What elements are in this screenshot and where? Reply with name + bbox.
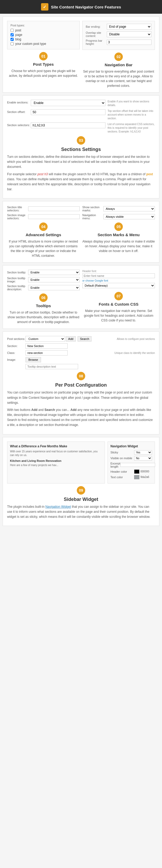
nav-bar-ending-select[interactable]: End of page End of content: [107, 24, 152, 30]
sections-settings-form: Enable sections: Enable Disable Enable i…: [7, 100, 155, 133]
checkbox-blog-input[interactable]: [10, 38, 14, 41]
selector-example-orange: post h3: [37, 172, 48, 176]
nav-progress-input[interactable]: [107, 39, 152, 45]
feature-number-01: 01: [39, 52, 48, 60]
widget-title: Navigation Widget: [111, 444, 152, 448]
tooltip-desc-row: Section tooltip description: Enable Disa…: [7, 284, 80, 291]
section-sections-settings: Enable sections: Enable Disable Enable i…: [3, 95, 159, 198]
tooltip-image-label: Section tooltip image:: [7, 277, 28, 283]
post-sections-select[interactable]: Custom Default: [26, 336, 65, 342]
tooltip-image-row: Section tooltip image: Enable Disable: [7, 277, 80, 283]
navigation-widget-link[interactable]: Navigation Widget: [45, 505, 71, 508]
section-marks-form: Show section marks: Always On hover Hidd…: [82, 206, 155, 220]
widget-text-color-label: Text color: [111, 475, 134, 479]
feature-title-tooltips: Tooltips: [7, 304, 80, 308]
google-font-select[interactable]: Default (Raleway): [82, 283, 155, 288]
section-name-control: [26, 343, 155, 349]
feature-desc-nav-bar: Set your bar to ignore everything after …: [82, 69, 155, 88]
section-selectors-input[interactable]: [31, 122, 106, 128]
widget-sticky-row: Sticky Yes No: [111, 450, 152, 455]
nav-bar-box: Bar ending: End of page End of content O…: [82, 21, 155, 50]
nav-overlap-select[interactable]: Disable Enable: [107, 31, 152, 37]
section-title-sel-input[interactable]: [28, 206, 80, 211]
show-section-marks-select[interactable]: Always On hover Hidden: [104, 206, 155, 211]
section-offset-input[interactable]: [31, 109, 106, 115]
nav-menu-select[interactable]: Always visible On hover Hidden: [104, 214, 155, 219]
add-button[interactable]: Add: [66, 336, 76, 341]
section-tooltip-control: Enable Disable: [28, 270, 80, 275]
header-color-swatch[interactable]: [134, 469, 139, 474]
widget-excerpt-input[interactable]: [120, 463, 155, 467]
feature-number-03: 03: [77, 136, 85, 145]
sidebar-preview: What a Difference a Few Months Make With…: [7, 441, 155, 484]
checkbox-post-label: post: [15, 29, 21, 32]
section-selectors-hint: List of comma separated CSS selectors, t…: [108, 122, 155, 133]
section-image-sel-input[interactable]: [28, 214, 80, 219]
section-image-sel-control: [28, 214, 80, 219]
nav-overlap-label: Overlap site content:: [86, 31, 107, 37]
feature-desc-tooltips: Turn on or off section tooltips. Decide …: [7, 310, 80, 324]
feature-title-post-types: Post Types: [7, 62, 80, 66]
enable-sections-control: Enable Disable: [31, 100, 106, 106]
feature-desc-marks: Always display your section marks or mak…: [82, 239, 155, 253]
section-selectors-label: Section selectors:: [7, 122, 31, 127]
checkbox-blog: blog: [10, 37, 76, 41]
section-name-label: Section:: [7, 344, 26, 347]
tooltips-form: Section tooltip: Enable Disable Section …: [7, 270, 80, 291]
section-tooltip-row: Section tooltip: Enable Disable: [7, 270, 80, 275]
per-post-form: Post sections: Custom Default Add Search…: [7, 336, 155, 369]
sections-settings-desc1: Turn on sections detection, define the d…: [7, 154, 155, 170]
checkbox-custom-post-label: your custom post type: [15, 42, 46, 45]
section-class-row: Class: Unique class to identify the sect…: [7, 350, 155, 355]
show-section-marks-row: Show section marks: Always On hover Hidd…: [82, 206, 155, 212]
checkbox-post-input[interactable]: [10, 29, 14, 32]
section-offset-hint: Top section offset that will be taken in…: [108, 109, 155, 120]
header-title: Site Content Navigator Core Features: [51, 5, 121, 9]
post-types-label: Post types:: [10, 24, 76, 27]
nav-bar-ending-label: Bar ending:: [86, 25, 107, 28]
feature-desc-fonts: Make your navigation bar match any theme…: [82, 309, 155, 323]
show-section-marks-label: Show section marks:: [82, 206, 104, 212]
text-color-swatch[interactable]: [134, 475, 139, 479]
post-types-col: Post types: post page blog your custom p…: [7, 21, 80, 88]
checkbox-page-label: page: [15, 33, 23, 37]
feature-number-06: 06: [39, 293, 48, 302]
preview-heading2: Kitchen and Living Room Renovation: [10, 459, 102, 462]
preview-text1: With over 15 years experience and real f…: [10, 450, 102, 457]
enable-sections-select[interactable]: Enable Disable: [31, 100, 106, 106]
sections-settings-desc2: For example selector post h3 will make t…: [7, 172, 155, 192]
tooltip-image-select[interactable]: Enable Disable: [28, 277, 80, 282]
section-image-selectors-row: Section image selectors:: [7, 214, 80, 220]
sidebar-preview-left: What a Difference a Few Months Make With…: [7, 441, 105, 484]
enable-sections-row: Enable sections: Enable Disable Enable i…: [7, 100, 155, 107]
section-title-selectors-row: Section title selectors:: [7, 206, 80, 212]
section-name-input[interactable]: [26, 343, 68, 349]
section-post-types-nav: Post types: post page blog your custom p…: [3, 17, 159, 93]
checkbox-custom-post: your custom post type: [10, 42, 76, 45]
search-button[interactable]: Search: [78, 336, 91, 341]
preview-heading1: What a Difference a Few Months Make: [10, 444, 102, 448]
post-sections-control: Custom Default Add Search: [26, 336, 115, 342]
section-name-row: Section:: [7, 343, 155, 349]
checkbox-custom-post-input[interactable]: [10, 42, 14, 45]
browse-button[interactable]: Browse: [26, 357, 41, 362]
advanced-settings-col: Section title selectors: Section image s…: [7, 206, 80, 258]
widget-mobile-select[interactable]: No Yes: [134, 456, 152, 461]
feature-title-fonts: Fonts & Custom CSS: [82, 302, 155, 306]
tooltip-desc-textarea-row: [7, 364, 155, 369]
section-image-sel-label: Section image selectors:: [7, 214, 28, 220]
enable-sections-hint: Enable if you want to show sections deta…: [108, 100, 155, 107]
section-tooltip-select[interactable]: Enable Disable: [28, 270, 80, 275]
header-font-label: Header font:: [82, 270, 155, 273]
tooltip-desc-select[interactable]: Enable Disable: [28, 285, 80, 290]
section-class-input[interactable]: [26, 350, 68, 355]
widget-sticky-select[interactable]: Yes No: [134, 450, 152, 455]
tooltip-description-input[interactable]: [26, 364, 78, 369]
nav-menu-row: Navigation menu: Always visible On hover…: [82, 214, 155, 220]
per-post-desc1: You can customize your sections on parti…: [7, 390, 155, 405]
checkbox-post: post: [10, 29, 76, 32]
section-title-sel-label: Section title selectors:: [7, 206, 28, 212]
checkbox-page-input[interactable]: [10, 33, 14, 36]
section-selectors-row: Section selectors: List of comma separat…: [7, 122, 155, 133]
header-font-input[interactable]: [82, 273, 155, 278]
